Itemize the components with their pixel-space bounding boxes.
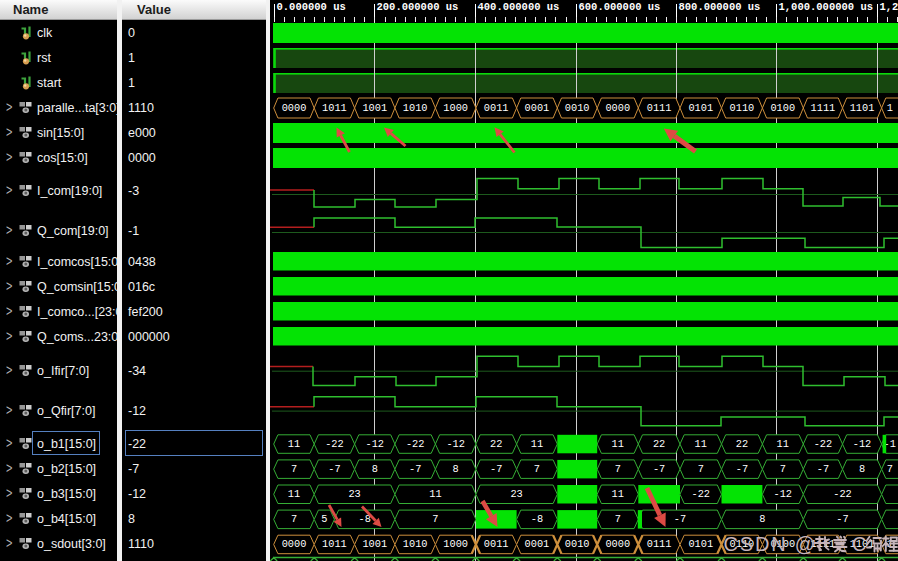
svg-text:11: 11	[695, 438, 707, 450]
svg-text:11: 11	[429, 488, 441, 500]
svg-text:0011: 0011	[484, 538, 509, 550]
svg-text:1001: 1001	[362, 102, 387, 114]
svg-text:-22: -22	[833, 488, 852, 500]
svg-text:600.000000 us: 600.000000 us	[579, 1, 661, 13]
svg-text:11: 11	[612, 488, 624, 500]
svg-text:0000: 0000	[605, 538, 630, 550]
svg-text:0100: 0100	[770, 102, 795, 114]
svg-text:800.000000 us: 800.000000 us	[679, 1, 761, 13]
svg-text:1101: 1101	[850, 102, 875, 114]
svg-text:0111: 0111	[647, 538, 672, 550]
svg-text:C: C	[852, 533, 866, 555]
svg-text:11: 11	[777, 438, 789, 450]
svg-text:7: 7	[291, 513, 297, 525]
svg-text:1,000.000000 us: 1,000.000000 us	[779, 1, 874, 13]
svg-text:200.000000 us: 200.000000 us	[377, 1, 459, 13]
svg-text:23: 23	[348, 488, 360, 500]
svg-text:7: 7	[615, 463, 621, 475]
svg-text:8: 8	[759, 513, 765, 525]
svg-text:0010: 0010	[565, 538, 590, 550]
svg-text:8: 8	[372, 463, 378, 475]
svg-text:7: 7	[291, 463, 297, 475]
svg-text:0000: 0000	[282, 102, 307, 114]
svg-text:0001: 0001	[525, 538, 550, 550]
svg-text:0010: 0010	[565, 102, 590, 114]
svg-text:-7: -7	[736, 463, 748, 475]
svg-text:-22: -22	[406, 438, 425, 450]
svg-text:-22: -22	[814, 438, 833, 450]
svg-text:11: 11	[288, 438, 300, 450]
svg-text:-22: -22	[692, 488, 711, 500]
svg-text:8: 8	[453, 463, 459, 475]
svg-text:1: 1	[887, 102, 893, 114]
svg-text:11: 11	[612, 438, 624, 450]
svg-text:0001: 0001	[525, 102, 550, 114]
svg-text:0111: 0111	[647, 102, 672, 114]
svg-text:1,200: 1,200	[880, 1, 898, 13]
svg-text:-12: -12	[446, 438, 465, 450]
svg-text:-7: -7	[653, 463, 665, 475]
svg-text:-7: -7	[817, 463, 829, 475]
svg-text:-7: -7	[409, 463, 421, 475]
svg-text:0011: 0011	[484, 102, 509, 114]
svg-text:22: 22	[490, 438, 502, 450]
svg-text:7: 7	[780, 463, 786, 475]
svg-text:-12: -12	[774, 488, 793, 500]
svg-text:7: 7	[432, 513, 438, 525]
svg-text:400.000000 us: 400.000000 us	[478, 1, 560, 13]
svg-text:1000: 1000	[443, 102, 468, 114]
svg-text:11: 11	[531, 438, 543, 450]
svg-text:11: 11	[288, 488, 300, 500]
svg-text:1010: 1010	[403, 102, 428, 114]
svg-text:1011: 1011	[322, 102, 347, 114]
svg-text:22: 22	[653, 438, 665, 450]
svg-text:0000: 0000	[605, 102, 630, 114]
svg-text:1011: 1011	[322, 538, 347, 550]
svg-text:-7: -7	[490, 463, 502, 475]
svg-text:1000: 1000	[443, 538, 468, 550]
svg-text:5: 5	[321, 513, 327, 525]
svg-text:1111: 1111	[811, 102, 836, 114]
svg-text:0.000000 us: 0.000000 us	[277, 1, 346, 13]
svg-text:7: 7	[887, 463, 893, 475]
svg-text:-7: -7	[674, 513, 686, 525]
svg-text:1010: 1010	[403, 538, 428, 550]
svg-text:7: 7	[698, 463, 704, 475]
svg-text:-12: -12	[853, 438, 872, 450]
svg-text:8: 8	[859, 463, 865, 475]
svg-text:0101: 0101	[688, 102, 713, 114]
svg-text:CSDN @: CSDN @	[724, 533, 817, 555]
svg-text:0000: 0000	[282, 538, 307, 550]
svg-text:-8: -8	[531, 513, 543, 525]
svg-text:-22: -22	[325, 438, 344, 450]
svg-text:7: 7	[534, 463, 540, 475]
svg-text:7: 7	[615, 513, 621, 525]
svg-text:1001: 1001	[362, 538, 387, 550]
svg-text:-7: -7	[328, 463, 340, 475]
svg-text:-7: -7	[836, 513, 848, 525]
svg-text:0101: 0101	[688, 538, 713, 550]
svg-text:0110: 0110	[730, 102, 755, 114]
svg-text:22: 22	[736, 438, 748, 450]
svg-text:23: 23	[510, 488, 522, 500]
svg-text:-12: -12	[366, 438, 385, 450]
